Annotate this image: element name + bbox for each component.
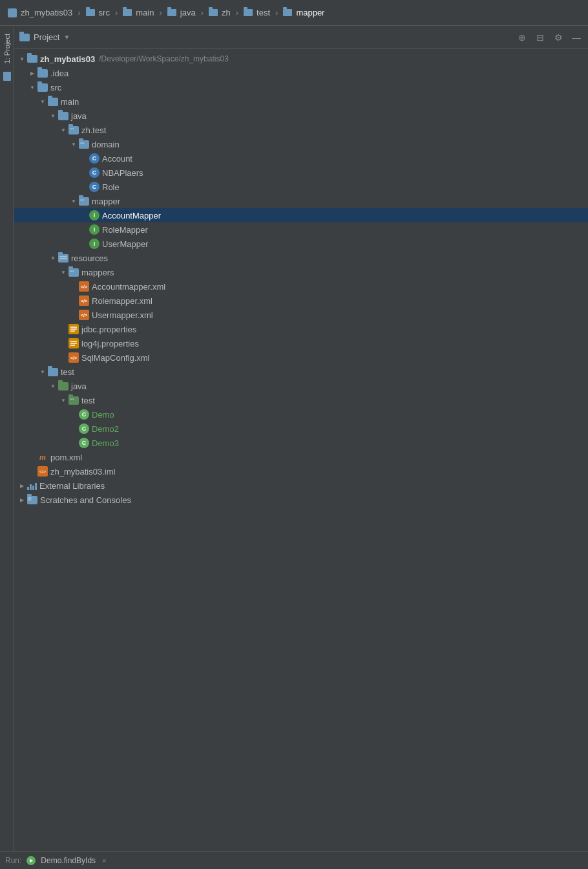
tree-item-zhtest[interactable]: ••• zh.test (14, 123, 588, 137)
tree-item-rolemapper-xml[interactable]: </> Rolemapper.xml (14, 294, 588, 308)
breadcrumb-main[interactable]: main (136, 8, 154, 17)
log4j-props-label: log4j.properties (81, 339, 139, 349)
sidebar-tab-label[interactable]: 1: Project (2, 31, 12, 66)
toggle-src[interactable] (27, 82, 37, 92)
tree-item-mappers[interactable]: ••• mappers (14, 265, 588, 279)
tree-item-idea[interactable]: .idea (14, 66, 588, 80)
breadcrumb-zh-icon (209, 9, 218, 16)
tree-item-resources[interactable]: resources (14, 251, 588, 265)
panel-folder-icon (19, 34, 30, 41)
domain-label: domain (92, 140, 120, 149)
panel-dropdown-arrow[interactable]: ▼ (63, 34, 70, 41)
mappers-folder-icon: ••• (68, 268, 79, 277)
role-class-icon: C (89, 182, 100, 192)
breadcrumb-project[interactable]: zh_mybatis03 (21, 8, 72, 17)
add-content-button[interactable]: ⊕ (516, 31, 529, 44)
src-label: src (50, 83, 61, 92)
tree-item-role[interactable]: C Role (14, 180, 588, 194)
demo2-label: Demo2 (92, 424, 119, 434)
run-play-icon[interactable] (26, 856, 36, 865)
tree-item-demo3[interactable]: C Demo3 (14, 436, 588, 450)
tree-item-rolemapper[interactable]: I RoleMapper (14, 222, 588, 237)
breadcrumb-src[interactable]: src (99, 8, 110, 17)
java-label: java (71, 111, 87, 121)
tree-item-sqlmapconfig[interactable]: </> SqlMapConfig.xml (14, 350, 588, 365)
tree-item-pom[interactable]: m pom.xml (14, 450, 588, 464)
rolemapper-interface-icon: I (89, 224, 100, 235)
breadcrumb-zh[interactable]: zh (222, 8, 231, 17)
test-label: test (61, 367, 74, 377)
tree-item-scratches[interactable]: ⊞ Scratches and Consoles (14, 493, 588, 507)
run-close-button[interactable]: × (102, 857, 106, 864)
rolemapper-xml-icon: </> (79, 295, 89, 306)
scratches-label: Scratches and Consoles (40, 495, 131, 505)
breadcrumb-test[interactable]: test (257, 8, 270, 17)
toggle-scratches[interactable] (17, 495, 27, 505)
toggle-ext-libs[interactable] (17, 480, 27, 491)
sqlmapconfig-xml-icon: </> (68, 352, 79, 363)
tree-item-ext-libs[interactable]: External Libraries (14, 478, 588, 493)
tree-item-jdbc-props[interactable]: jdbc.properties (14, 322, 588, 336)
usermapper-label: UserMapper (102, 239, 149, 249)
pom-label: pom.xml (50, 453, 82, 462)
close-panel-button[interactable]: — (570, 31, 583, 44)
main-label: main (61, 97, 79, 107)
toggle-idea[interactable] (27, 68, 37, 78)
demo3-class-icon: C (79, 438, 89, 448)
domain-folder-icon: ••• (79, 140, 89, 149)
tree-item-test-pkg[interactable]: ••• test (14, 393, 588, 407)
accountmapper-label: AccountMapper (102, 211, 161, 220)
toggle-mapper-pkg[interactable] (68, 196, 79, 206)
tree-item-root[interactable]: zh_mybatis03 /Developer/WorkSpace/zh_myb… (14, 52, 588, 66)
toggle-mappers[interactable] (58, 267, 68, 277)
collapse-all-button[interactable]: ⊟ (534, 31, 547, 44)
toggle-java-test[interactable] (48, 381, 58, 391)
tree-item-java[interactable]: java (14, 109, 588, 123)
usermapper-xml-label: Usermapper.xml (92, 310, 153, 320)
tree-item-accountmapper[interactable]: I AccountMapper (14, 208, 588, 222)
tree-item-domain[interactable]: ••• domain (14, 137, 588, 151)
toggle-root[interactable] (17, 54, 27, 64)
tree-item-usermapper[interactable]: I UserMapper (14, 237, 588, 251)
toggle-resources[interactable] (48, 253, 58, 263)
tree-item-java-test[interactable]: java (14, 379, 588, 393)
sidebar-file-icon[interactable] (2, 71, 12, 81)
iml-label: zh_mybatis03.iml (50, 467, 115, 477)
account-label: Account (102, 154, 132, 164)
resources-folder-icon (58, 254, 68, 263)
tree-item-main[interactable]: main (14, 94, 588, 109)
root-path: /Developer/WorkSpace/zh_mybatis03 (99, 54, 229, 63)
breadcrumb-mapper-icon (283, 9, 292, 16)
tree-item-test[interactable]: test (14, 365, 588, 379)
breadcrumb-mapper[interactable]: mapper (296, 8, 324, 17)
toggle-domain[interactable] (68, 139, 79, 149)
breadcrumb-java[interactable]: java (180, 8, 196, 17)
tree-item-mapper-pkg[interactable]: ••• mapper (14, 194, 588, 208)
settings-button[interactable]: ⚙ (552, 31, 565, 44)
tree-item-account[interactable]: C Account (14, 151, 588, 166)
ext-libs-icon (27, 482, 37, 490)
breadcrumb-test-icon (244, 9, 253, 16)
toggle-java[interactable] (48, 111, 58, 121)
tree-item-accountmapper-xml[interactable]: </> Accountmapper.xml (14, 279, 588, 294)
toggle-zhtest[interactable] (58, 125, 68, 135)
run-bar: Run: Demo.findByIds × (0, 851, 588, 869)
run-task-label[interactable]: Demo.findByIds (41, 856, 96, 865)
tree-item-usermapper-xml[interactable]: </> Usermapper.xml (14, 308, 588, 322)
tree-item-src[interactable]: src (14, 80, 588, 94)
tree-item-iml[interactable]: </> zh_mybatis03.iml (14, 464, 588, 478)
test-folder-icon (48, 368, 58, 376)
toggle-test[interactable] (37, 367, 48, 377)
svg-rect-4 (70, 343, 77, 344)
title-bar: zh_mybatis03 › src › main › java › zh › … (0, 0, 588, 26)
sidebar-tab[interactable]: 1: Project (0, 26, 14, 851)
tree-item-nbaplaers[interactable]: C NBAPlaers (14, 166, 588, 180)
tree-item-demo[interactable]: C Demo (14, 407, 588, 422)
run-label: Run: (5, 856, 21, 865)
tree-item-log4j-props[interactable]: log4j.properties (14, 336, 588, 350)
toggle-test-pkg[interactable] (58, 395, 68, 405)
tree-item-demo2[interactable]: C Demo2 (14, 422, 588, 436)
root-label: zh_mybatis03 (40, 54, 95, 64)
nbaplaers-class-icon: C (89, 167, 100, 178)
toggle-main[interactable] (37, 96, 48, 107)
